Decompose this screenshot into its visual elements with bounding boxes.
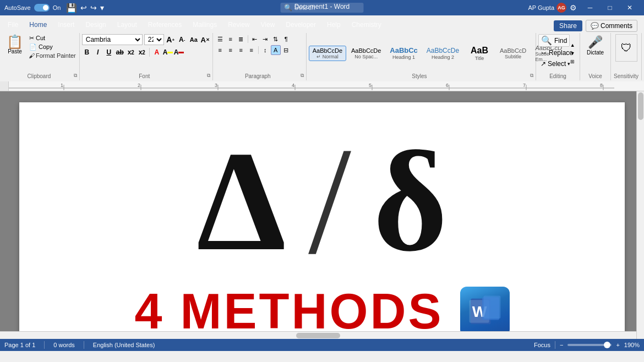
horizontal-scrollbar[interactable] [0,331,636,339]
clear-format-button[interactable]: A✕ [200,35,210,45]
maximize-button[interactable]: □ [600,0,620,15]
style-subtitle-label: Subtitle [505,54,521,59]
customize-icon[interactable]: ▾ [100,3,104,12]
scrollbar-thumb[interactable] [638,92,643,120]
styles-expand-icon[interactable]: ⧉ [530,73,533,79]
sensitivity-icon-area[interactable]: 🛡 [615,34,637,62]
multilevel-list-button[interactable]: ≣ [236,34,246,44]
subscript-button[interactable]: x2 [126,47,136,57]
font-family-select[interactable]: Cambria [82,34,143,45]
style-heading1[interactable]: AaBbCc Heading 1 [386,45,421,62]
align-left-button[interactable]: ≡ [215,45,225,55]
font-expand[interactable]: ⧉ [207,73,210,79]
share-button[interactable]: Share [554,20,582,31]
tab-chemistry[interactable]: Chemistry [346,18,387,32]
style-heading2[interactable]: AaBbCcDe Heading 2 [423,45,463,62]
status-divider1 [44,341,45,349]
decrease-indent-button[interactable]: ⇤ [250,34,260,44]
align-center-button[interactable]: ≡ [226,45,236,55]
autosave-toggle[interactable] [34,4,50,12]
clipboard-expand[interactable]: ⧉ [74,73,77,79]
font-color-button[interactable]: A [174,47,184,57]
paste-icon: 📋 [7,35,23,48]
doc-title: Document1 - Word [294,3,350,10]
vertical-scrollbar[interactable] [636,91,644,339]
align-right-button[interactable]: ≡ [236,45,246,55]
shrink-font-button[interactable]: A- [177,35,187,45]
style-subtitle[interactable]: AaBbCcD Subtitle [496,46,530,61]
copy-button[interactable]: 📄 Copy [28,43,77,51]
show-formatting-button[interactable]: ¶ [281,34,291,44]
paragraph-expand[interactable]: ⧉ [301,73,304,79]
ribbon-area: File Home Insert Design Layout Reference… [0,15,644,81]
format-painter-icon: 🖌 [29,52,35,59]
symbols-row: Δ / δ [197,124,447,278]
replace-icon: ↔ [541,49,547,57]
borders-button[interactable]: ⊟ [281,45,291,55]
close-button[interactable]: ✕ [620,0,640,15]
strikethrough-button[interactable]: ab [115,47,125,57]
tab-help[interactable]: Help [321,18,346,32]
format-painter-button[interactable]: 🖌 Format Painter [28,52,77,59]
numbered-list-button[interactable]: ≡ [226,34,236,44]
tab-review[interactable]: Review [222,18,255,32]
comments-icon: 💬 [591,22,599,30]
redo-icon[interactable]: ↪ [90,3,97,12]
clipboard-label-row: Clipboard ⧉ [4,72,77,79]
highlight-button[interactable]: A [163,47,173,57]
tab-references[interactable]: References [143,18,187,32]
bold-button[interactable]: B [82,47,92,57]
minimize-button[interactable]: ─ [580,0,600,15]
italic-button[interactable]: I [93,47,103,57]
font-label-row: Font ⧉ [82,72,210,79]
tab-design[interactable]: Design [80,18,111,32]
tab-view[interactable]: View [255,18,281,32]
zoom-slider[interactable] [567,344,612,346]
justify-button[interactable]: ≡ [247,45,256,55]
text-effects-button[interactable]: A [152,47,162,57]
change-case-button[interactable]: Aa [189,35,199,45]
options-icon[interactable]: ⚙ [570,3,577,12]
save-icon[interactable]: 💾 [66,3,77,13]
font-label: Font [82,72,207,79]
tab-developer[interactable]: Developer [280,18,321,32]
tab-layout[interactable]: Layout [112,18,143,32]
tab-home[interactable]: Home [24,18,52,32]
methods-text: 4 METHODS [134,283,443,339]
line-spacing-button[interactable]: ↕ [260,45,270,55]
replace-button[interactable]: ↔ Replace [538,48,575,58]
style-h2-label: Heading 2 [432,54,454,60]
style-normal[interactable]: AaBbCcDe ↵ Normal [309,46,346,61]
style-title-preview: AaB [471,46,488,56]
dictate-button[interactable]: 🎤 Dictate [585,34,606,57]
bullets-button[interactable]: ☰ [215,34,225,44]
clipboard-group: 📋 Paste ✂ Cut 📄 Copy 🖌 Format [2,33,80,80]
para-divider2 [258,46,259,54]
paste-button[interactable]: 📋 Paste [4,34,25,56]
zoom-in-button[interactable]: + [616,342,619,348]
comments-button[interactable]: 💬 Comments [586,20,637,32]
grow-font-button[interactable]: A+ [166,35,176,45]
tab-mailings[interactable]: Mailings [187,18,222,32]
style-title[interactable]: AaB Title [464,44,495,63]
focus-label[interactable]: Focus [534,342,550,348]
sensitivity-label: Sensitivity [613,72,639,79]
autosave-state: On [53,4,61,11]
tab-insert[interactable]: Insert [52,18,80,32]
undo-icon[interactable]: ↩ [80,3,87,12]
shading-button[interactable]: A [271,45,281,55]
h-scrollbar-thumb[interactable] [296,333,340,338]
zoom-out-button[interactable]: − [560,342,563,348]
select-button[interactable]: ↗ Select ▾ [538,59,572,69]
tab-file[interactable]: File [2,18,24,32]
cut-button[interactable]: ✂ Cut [28,34,77,42]
increase-indent-button[interactable]: ⇥ [260,34,270,44]
svg-text:1: 1 [61,83,63,88]
sort-button[interactable]: ⇅ [271,34,281,44]
voice-content: 🎤 Dictate [585,34,606,72]
language: English (United States) [93,342,155,348]
style-nospace[interactable]: AaBbCcDe No Spac... [347,46,385,61]
superscript-button[interactable]: x2 [137,47,147,57]
font-size-select[interactable]: 22 [144,34,164,45]
underline-button[interactable]: U [104,47,114,57]
